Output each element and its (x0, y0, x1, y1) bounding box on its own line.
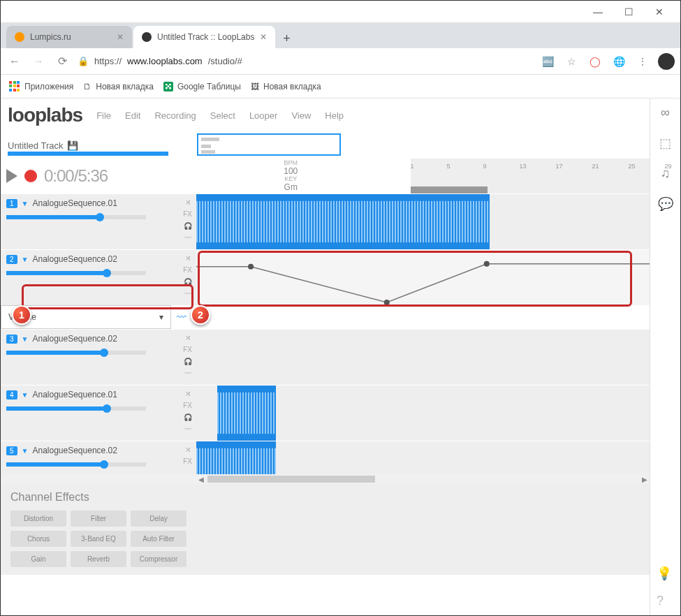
chevron-down-icon[interactable]: ▼ (22, 256, 29, 263)
timeline-overview[interactable] (197, 133, 341, 156)
close-button[interactable]: ✕ (644, 2, 675, 22)
fx-icon[interactable]: FX (183, 457, 192, 465)
track-lane[interactable] (196, 441, 650, 474)
track-name[interactable]: AnalogueSequence.01 (32, 198, 117, 208)
menu-recording[interactable]: Recording (154, 110, 196, 121)
bookmark-item[interactable]: Google Таблицы (163, 82, 241, 91)
new-tab-button[interactable]: + (277, 29, 296, 48)
loop-icon[interactable]: ∞ (661, 105, 670, 120)
track-lane[interactable] (196, 193, 650, 249)
automation-icon[interactable]: 〰 (184, 425, 191, 433)
record-button[interactable] (24, 170, 37, 182)
shuffle-icon[interactable]: ⤨ (185, 334, 191, 342)
volume-slider[interactable] (6, 351, 146, 355)
volume-slider[interactable] (6, 462, 146, 467)
volume-slider[interactable] (6, 215, 146, 219)
track-name[interactable]: AnalogueSequence.02 (32, 254, 117, 264)
star-icon[interactable]: ☆ (563, 53, 580, 70)
automation-icon[interactable]: 〰 (184, 290, 191, 298)
menu-view[interactable]: View (291, 110, 311, 121)
track-name[interactable]: AnalogueSequence.02 (32, 446, 117, 455)
track-name[interactable]: AnalogueSequence.02 (32, 334, 117, 344)
chevron-down-icon[interactable]: ▼ (22, 447, 29, 455)
automation-icon[interactable]: 〰 (184, 369, 191, 377)
drive-icon[interactable]: ⬚ (659, 135, 671, 151)
fx-reverb[interactable]: Reverb (71, 551, 126, 567)
reload-button[interactable]: ⟳ (54, 53, 71, 70)
apps-button[interactable]: Приложения (9, 81, 73, 92)
headphone-icon[interactable]: 🎧 (184, 413, 192, 421)
play-button[interactable] (6, 169, 17, 183)
browser-tab[interactable]: Lumpics.ru ✕ (6, 26, 132, 48)
globe-icon[interactable]: 🌐 (610, 53, 627, 70)
volume-slider[interactable] (6, 406, 146, 411)
headphone-icon[interactable]: 🎧 (184, 358, 192, 365)
close-icon[interactable]: ✕ (117, 32, 124, 42)
fx-icon[interactable]: FX (183, 210, 192, 218)
chevron-down-icon[interactable]: ▼ (22, 200, 29, 207)
track-header[interactable]: 1▼AnalogueSequence.01 ⤨FX🎧〰 (1, 193, 196, 249)
url-field[interactable]: 🔒 https://www.looplabs.com/studio/# (78, 56, 532, 66)
fx-3band-eq[interactable]: 3-Band EQ (71, 531, 126, 547)
bpm-key-display[interactable]: BPM100 KEYGm (171, 159, 411, 193)
maximize-button[interactable]: ☐ (613, 2, 644, 22)
audio-clip[interactable] (217, 386, 276, 441)
fx-icon[interactable]: FX (183, 266, 192, 274)
shuffle-icon[interactable]: ⤨ (185, 390, 191, 397)
fx-filter[interactable]: Filter (71, 511, 126, 527)
track-lane[interactable] (196, 329, 650, 385)
shuffle-icon[interactable]: ⤨ (185, 254, 191, 262)
track-name[interactable]: AnalogueSequence.01 (32, 390, 117, 399)
fx-delay[interactable]: Delay (131, 511, 186, 527)
chevron-down-icon[interactable]: ▼ (22, 391, 29, 399)
forward-button[interactable]: → (30, 53, 47, 70)
save-icon[interactable]: 💾 (67, 140, 78, 151)
menu-select[interactable]: Select (210, 110, 235, 121)
menu-file[interactable]: File (96, 110, 111, 121)
headphone-icon[interactable]: 🎧 (184, 278, 192, 286)
translate-icon[interactable]: 🔤 (539, 53, 556, 70)
browser-tab-active[interactable]: Untitled Track :: LoopLabs ✕ (133, 26, 275, 48)
fx-distortion[interactable]: Distortion (10, 511, 66, 527)
opera-icon[interactable]: ◯ (587, 53, 603, 70)
chat-icon[interactable]: 💬 (658, 196, 673, 212)
fx-gain[interactable]: Gain (10, 551, 66, 567)
profile-avatar[interactable] (658, 53, 675, 70)
close-icon[interactable]: ✕ (260, 32, 267, 42)
track-header[interactable]: 3▼AnalogueSequence.02 ⤨FX🎧〰 (1, 329, 196, 385)
fx-chorus[interactable]: Chorus (10, 531, 66, 547)
track-header[interactable]: 5▼AnalogueSequence.02 ⤨FX (1, 441, 196, 474)
chevron-down-icon[interactable]: ▼ (22, 335, 29, 343)
timeline-ruler[interactable]: 159131721252933374145 (411, 159, 650, 193)
back-button[interactable]: ← (6, 53, 23, 70)
volume-slider[interactable] (6, 271, 146, 275)
fx-compressor[interactable]: Compressor (131, 551, 186, 567)
track-header[interactable]: 2▼AnalogueSequence.02 ⤨FX🎧〰 (1, 249, 196, 305)
track-lane[interactable] (196, 385, 650, 441)
menu-edit[interactable]: Edit (125, 110, 140, 121)
headphone-icon[interactable]: 🎧 (184, 222, 192, 230)
shuffle-icon[interactable]: ⤨ (185, 446, 191, 453)
fx-auto-filter[interactable]: Auto Filter (131, 531, 186, 547)
project-title[interactable]: Untitled Track (8, 140, 63, 151)
fx-icon[interactable]: FX (183, 346, 192, 353)
browser-tabstrip: Lumpics.ru ✕ Untitled Track :: LoopLabs … (1, 23, 680, 48)
menu-help[interactable]: Help (325, 110, 344, 121)
shuffle-icon[interactable]: ⤨ (185, 198, 191, 206)
hint-icon[interactable]: 💡 (657, 566, 672, 581)
horizontal-scrollbar[interactable]: ◀ ▶ (1, 474, 650, 484)
fx-icon[interactable]: FX (183, 402, 192, 409)
automation-icon[interactable]: 〰 (184, 234, 191, 242)
minimize-button[interactable]: — (583, 2, 613, 22)
bookmark-item[interactable]: 🖼 Новая вкладка (251, 82, 321, 91)
audio-clip[interactable] (196, 441, 276, 474)
help-icon[interactable]: ? (657, 594, 672, 608)
ruler-tick: 17 (556, 163, 563, 170)
audio-clip[interactable] (196, 194, 490, 249)
track-lane-automation[interactable] (196, 249, 650, 305)
menu-icon[interactable]: ⋮ (634, 53, 651, 70)
menu-looper[interactable]: Looper (249, 110, 277, 121)
automation-toggle-icon[interactable]: 〰 (171, 305, 192, 329)
bookmark-item[interactable]: 🗋 Новая вкладка (83, 82, 154, 91)
track-header[interactable]: 4▼AnalogueSequence.01 ⤨FX🎧〰 (1, 385, 196, 441)
